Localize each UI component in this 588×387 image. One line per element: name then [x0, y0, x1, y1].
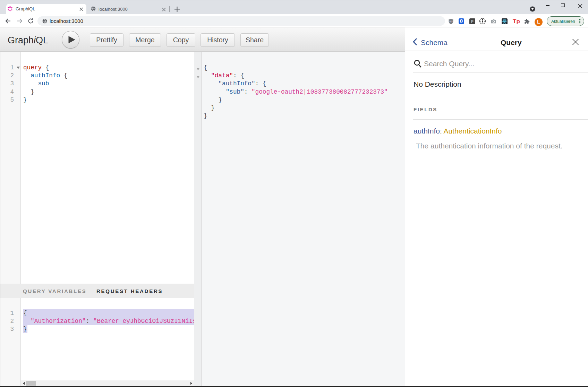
svg-text:P: P — [471, 19, 474, 24]
svg-text:UO: UO — [450, 20, 453, 23]
